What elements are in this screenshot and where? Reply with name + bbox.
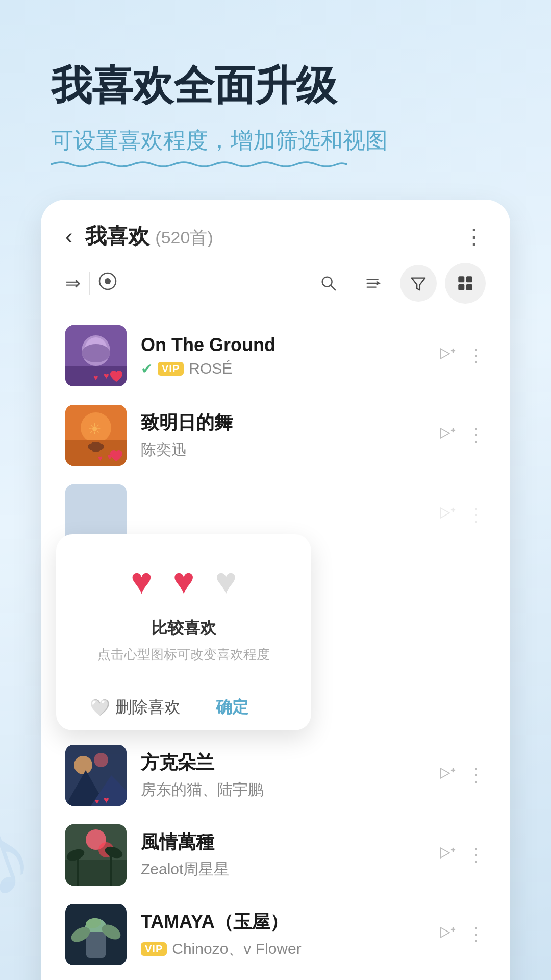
song-info-4: 方克朵兰 房东的猫、陆宇鹏 [141, 750, 424, 800]
song-more-5[interactable]: ⋮ [467, 844, 486, 866]
song-item-6[interactable]: TAMAYA（玉屋） VIP Chinozo、v Flower ⋮ [41, 895, 510, 974]
song-actions-2: ⋮ [438, 424, 486, 447]
add-to-queue-2[interactable] [438, 424, 457, 447]
song-actions-6: ⋮ [438, 923, 486, 946]
svg-rect-55 [86, 932, 106, 958]
song-item-1[interactable]: ♥ ♥ On The Ground ✔ VIP ROSÉ [41, 316, 510, 396]
song-title-2: 致明日的舞 [141, 410, 424, 435]
toolbar-left: ⇒ [65, 272, 298, 296]
song-info-2: 致明日的舞 陈奕迅 [141, 410, 424, 460]
svg-text:♥: ♥ [104, 371, 109, 381]
add-to-queue-6[interactable] [438, 923, 457, 946]
sort-button[interactable] [355, 265, 392, 302]
play-order-button[interactable] [98, 272, 117, 296]
song-title-4: 方克朵兰 [141, 750, 424, 775]
svg-point-35 [74, 756, 92, 774]
heart-level-3[interactable]: ♥ [215, 560, 237, 602]
song-artist-row-5: Zealot周星星 [141, 859, 424, 880]
svg-rect-11 [466, 284, 472, 290]
popup-label: 比较喜欢 [87, 617, 281, 640]
heart-badge-1 [109, 370, 123, 383]
svg-rect-46 [65, 860, 127, 886]
song-more-3[interactable]: ⋮ [467, 504, 486, 526]
song-thumb-1: ♥ ♥ [65, 325, 127, 386]
song-artist-1: ROSÉ [189, 360, 232, 377]
song-thumb-4: ♥ ♥ [65, 745, 127, 806]
song-thumb-5 [65, 824, 127, 886]
popup-hearts: ♥ ♥ ♥ [87, 560, 281, 602]
song-artist-6: Chinozo、v Flower [172, 939, 301, 960]
song-actions-3: ⋮ [438, 504, 486, 527]
page-title: 我喜欢全面升级 [51, 61, 500, 110]
more-options-button[interactable]: ⋮ [463, 224, 486, 249]
shuffle-button[interactable]: ⇒ [65, 273, 81, 294]
song-item-2[interactable]: ☀ ♥ ♥ 致明日的舞 陈奕迅 [41, 396, 510, 475]
card-header-left: ‹ 我喜欢 (520首) [65, 222, 213, 251]
song-info-1: On The Ground ✔ VIP ROSÉ [141, 334, 424, 377]
add-to-queue-1[interactable] [438, 345, 457, 368]
song-title-6: TAMAYA（玉屋） [141, 910, 424, 935]
page-subtitle: 可设置喜欢程度，增加筛选和视图 [51, 126, 388, 169]
verified-icon-1: ✔ [141, 360, 153, 377]
svg-rect-8 [458, 276, 464, 282]
song-item-5[interactable]: 風情萬種 Zealot周星星 ⋮ [41, 815, 510, 895]
song-more-6[interactable]: ⋮ [467, 924, 486, 945]
toolbar-divider [89, 272, 90, 295]
page-header: 我喜欢全面升级 可设置喜欢程度，增加筛选和视图 [0, 0, 551, 200]
song-thumb-6 [65, 904, 127, 965]
song-artist-row-6: VIP Chinozo、v Flower [141, 939, 424, 960]
song-list: ♥ ♥ On The Ground ✔ VIP ROSÉ [41, 316, 510, 980]
song-artist-2: 陈奕迅 [141, 439, 187, 460]
song-artist-row-4: 房东的猫、陆宇鹏 [141, 779, 424, 800]
song-more-4[interactable]: ⋮ [467, 765, 486, 786]
song-actions-5: ⋮ [438, 844, 486, 867]
heart-badge-2 [109, 450, 123, 463]
confirm-button[interactable]: 确定 [184, 684, 281, 730]
svg-rect-26 [92, 442, 100, 452]
song-artist-4: 房东的猫、陆宇鹏 [141, 779, 263, 800]
add-to-queue-3[interactable] [438, 504, 457, 527]
svg-point-15 [82, 344, 110, 362]
view-toggle-button[interactable] [445, 263, 486, 304]
card-toolbar: ⇒ [41, 263, 510, 316]
song-artist-row-2: 陈奕迅 [141, 439, 424, 460]
card-title: 我喜欢 (520首) [85, 222, 213, 251]
main-card: ‹ 我喜欢 (520首) ⋮ ⇒ [41, 200, 510, 980]
song-title-5: 風情萬種 [141, 830, 424, 855]
toolbar-right [310, 263, 486, 304]
svg-point-36 [94, 753, 108, 767]
song-item-7[interactable]: RONGHAO 黑夜问白天 林俊杰 ⋮ [41, 974, 510, 980]
svg-line-3 [331, 285, 335, 290]
heart-delete-icon: 🤍 [90, 698, 110, 717]
add-to-queue-4[interactable] [438, 764, 457, 787]
song-info-3 [141, 513, 424, 517]
song-item-4[interactable]: ♥ ♥ 方克朵兰 房东的猫、陆宇鹏 ⋮ [41, 736, 510, 815]
svg-rect-9 [466, 276, 472, 282]
delete-favorite-button[interactable]: 🤍 删除喜欢 [87, 684, 184, 730]
svg-text:♥: ♥ [98, 454, 103, 462]
song-actions-1: ⋮ [438, 345, 486, 368]
card-count: (520首) [155, 228, 213, 247]
song-thumb-2: ☀ ♥ ♥ [65, 405, 127, 466]
search-button[interactable] [310, 265, 347, 302]
vip-badge-1: VIP [158, 362, 184, 376]
svg-rect-10 [458, 284, 464, 290]
svg-text:♥: ♥ [93, 373, 98, 382]
heart-level-2[interactable]: ♥ [173, 560, 195, 602]
card-header: ‹ 我喜欢 (520首) ⋮ [41, 200, 510, 263]
popup-hint: 点击心型图标可改变喜欢程度 [87, 646, 281, 664]
song-more-1[interactable]: ⋮ [467, 345, 486, 366]
song-artist-5: Zealot周星星 [141, 859, 229, 880]
wave-decoration [51, 160, 347, 169]
svg-text:♥: ♥ [104, 795, 109, 805]
back-button[interactable]: ‹ [65, 224, 73, 249]
popup-actions: 🤍 删除喜欢 确定 [87, 684, 281, 730]
svg-point-1 [105, 278, 111, 284]
song-artist-row-1: ✔ VIP ROSÉ [141, 360, 424, 377]
song-more-2[interactable]: ⋮ [467, 425, 486, 446]
add-to-queue-5[interactable] [438, 844, 457, 867]
song-title-1: On The Ground [141, 334, 424, 356]
filter-button[interactable] [400, 265, 437, 302]
song-actions-4: ⋮ [438, 764, 486, 787]
heart-level-1[interactable]: ♥ [131, 560, 153, 602]
